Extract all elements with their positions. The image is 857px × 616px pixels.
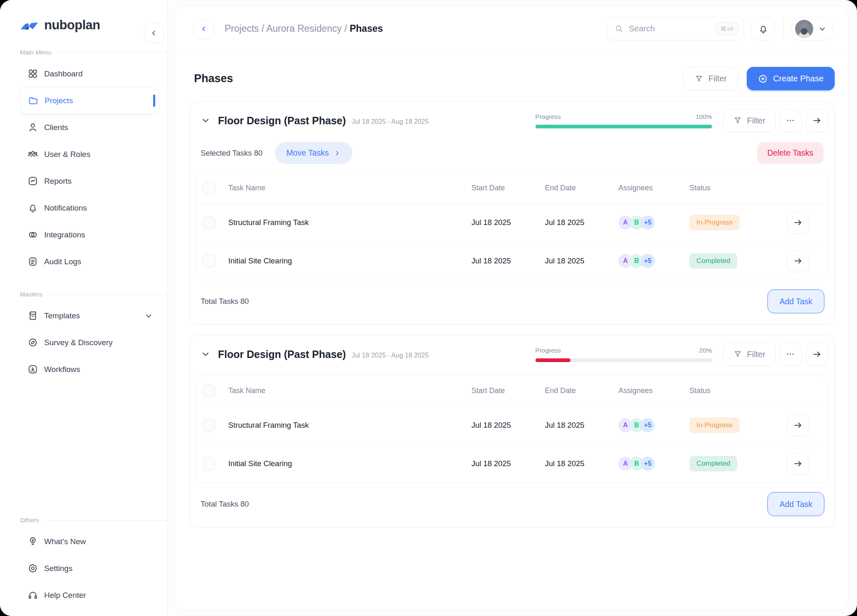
phase-progress: Progress 100%	[535, 113, 712, 128]
others-nav: What’s New Settings Help Center	[0, 528, 167, 609]
main-menu-nav: Dashboard Projects Clients User & Role	[0, 60, 167, 275]
select-all-checkbox[interactable]	[203, 384, 215, 397]
row-checkbox[interactable]	[203, 419, 215, 432]
row-checkbox[interactable]	[203, 216, 215, 229]
page-title: Phases	[194, 72, 233, 85]
sidebar-item-integrations[interactable]: Integrations	[21, 221, 159, 248]
phase-title: Floor Design (Past Phase)	[218, 348, 346, 360]
notifications-button[interactable]	[751, 17, 775, 40]
phase-filter-button[interactable]: Filter	[723, 343, 776, 366]
sidebar-item-notifications[interactable]: Notifications	[21, 194, 159, 221]
collapse-chevron-icon[interactable]	[201, 116, 211, 126]
sidebar-item-projects[interactable]: Projects	[21, 87, 159, 114]
assignee-overflow-badge[interactable]: +5	[641, 254, 655, 268]
plus-circle-icon	[758, 74, 768, 84]
sidebar-item-settings[interactable]: Settings	[21, 555, 159, 582]
sidebar-item-label: Templates	[44, 311, 80, 320]
sidebar-item-clients[interactable]: Clients	[21, 114, 159, 141]
progress-label: Progress	[535, 113, 561, 121]
status-badge: In-Progress	[689, 417, 740, 433]
sidebar-item-help-center[interactable]: Help Center	[21, 582, 159, 609]
row-checkbox[interactable]	[203, 457, 215, 470]
phase-more-button[interactable]: ...	[780, 109, 802, 132]
breadcrumb: Projects / Aurora Residency / Phases	[225, 23, 383, 34]
table-header-row: Task Name Start Date End Date Assignees …	[197, 375, 827, 406]
filter-funnel-icon	[733, 350, 742, 359]
search-input[interactable]	[629, 24, 711, 33]
task-name: Structural Framing Task	[228, 421, 471, 430]
phase-footer: Total Tasks 80 Add Task	[190, 483, 834, 527]
sidebar-item-label: Audit Logs	[44, 257, 81, 266]
collapse-chevron-icon[interactable]	[201, 349, 211, 359]
add-task-button[interactable]: Add Task	[767, 492, 824, 516]
column-header: Assignees	[618, 184, 689, 192]
row-checkbox[interactable]	[203, 255, 215, 268]
add-task-button[interactable]: Add Task	[767, 289, 824, 313]
move-tasks-button[interactable]: Move Tasks	[275, 142, 353, 164]
task-name: Structural Framing Task	[228, 218, 471, 227]
filter-button[interactable]: Filter	[683, 67, 738, 90]
chevron-left-icon	[150, 29, 158, 37]
bell-icon	[758, 24, 769, 34]
assignee-chips: A B +5	[618, 457, 689, 471]
task-table: Task Name Start Date End Date Assignees …	[196, 375, 828, 483]
task-start-date: Jul 18 2025	[471, 459, 545, 468]
phase-more-button[interactable]: ...	[780, 343, 802, 366]
sidebar-item-templates[interactable]: Templates	[21, 302, 159, 329]
sidebar-item-user-roles[interactable]: User & Roles	[21, 141, 159, 168]
brand-name: nuboplan	[44, 18, 100, 33]
sidebar-item-reports[interactable]: Reports	[21, 168, 159, 194]
breadcrumb-path[interactable]: Projects / Aurora Residency /	[225, 23, 347, 34]
assignee-chips: A B +5	[618, 254, 689, 268]
phase-open-button[interactable]	[806, 343, 828, 366]
task-open-button[interactable]	[787, 212, 809, 234]
task-table: Task Name Start Date End Date Assignees …	[196, 172, 828, 280]
column-header: Start Date	[471, 184, 545, 192]
breadcrumb-back-button[interactable]	[194, 19, 214, 39]
phase-filter-button[interactable]: Filter	[723, 109, 776, 132]
assignee-overflow-badge[interactable]: +5	[641, 457, 655, 471]
assignee-overflow-badge[interactable]: +5	[641, 418, 655, 432]
column-header: Task Name	[228, 184, 471, 192]
sidebar-item-label: Help Center	[44, 591, 86, 600]
progress-fill	[535, 125, 712, 128]
arrow-right-icon	[793, 420, 803, 430]
dashboard-icon	[27, 68, 38, 79]
create-phase-button[interactable]: Create Phase	[747, 67, 835, 90]
task-end-date: Jul 18 2025	[545, 459, 618, 468]
sidebar-item-whats-new[interactable]: What’s New	[21, 528, 159, 555]
notebook-icon	[27, 310, 38, 321]
task-open-button[interactable]	[787, 415, 809, 436]
sidebar-item-workflows[interactable]: Workflows	[21, 356, 159, 383]
phase-open-button[interactable]	[806, 109, 828, 132]
sidebar-item-label: Dashboard	[44, 69, 83, 78]
progress-bar	[535, 125, 712, 128]
task-name: Initial Site Clearing	[228, 256, 471, 265]
sidebar-item-label: Workflows	[44, 365, 80, 374]
arrow-right-icon	[793, 256, 803, 266]
sidebar-item-dashboard[interactable]: Dashboard	[21, 60, 159, 87]
sidebar: nuboplan Main Menu Dashboard Projects	[0, 0, 168, 616]
assignee-overflow-badge[interactable]: +5	[641, 216, 655, 230]
sidebar-collapse-button[interactable]	[144, 23, 164, 43]
main-card: Projects / Aurora Residency / Phases ⌘+F	[175, 5, 849, 611]
phase-progress: Progress 20%	[535, 347, 712, 362]
sidebar-item-audit-logs[interactable]: Audit Logs	[21, 248, 159, 275]
selected-tasks-label: Selected Tasks 80	[201, 149, 263, 158]
assignee-chips: A B +5	[618, 216, 689, 230]
select-all-checkbox[interactable]	[203, 182, 215, 194]
search-box[interactable]: ⌘+F	[607, 17, 744, 40]
arrow-right-icon	[793, 218, 803, 227]
sidebar-item-label: Survey & Discovery	[44, 338, 113, 347]
document-lines-icon	[27, 256, 38, 267]
delete-tasks-button[interactable]: Delete Tasks	[757, 142, 824, 164]
task-open-button[interactable]	[787, 453, 809, 475]
task-start-date: Jul 18 2025	[471, 421, 545, 430]
section-others: Others	[0, 516, 167, 524]
column-header: Task Name	[228, 386, 471, 395]
user-menu[interactable]	[792, 17, 833, 40]
sidebar-item-survey-discovery[interactable]: Survey & Discovery	[21, 329, 159, 356]
task-open-button[interactable]	[787, 250, 809, 272]
column-header: End Date	[545, 386, 618, 395]
filter-funnel-icon	[694, 74, 703, 83]
